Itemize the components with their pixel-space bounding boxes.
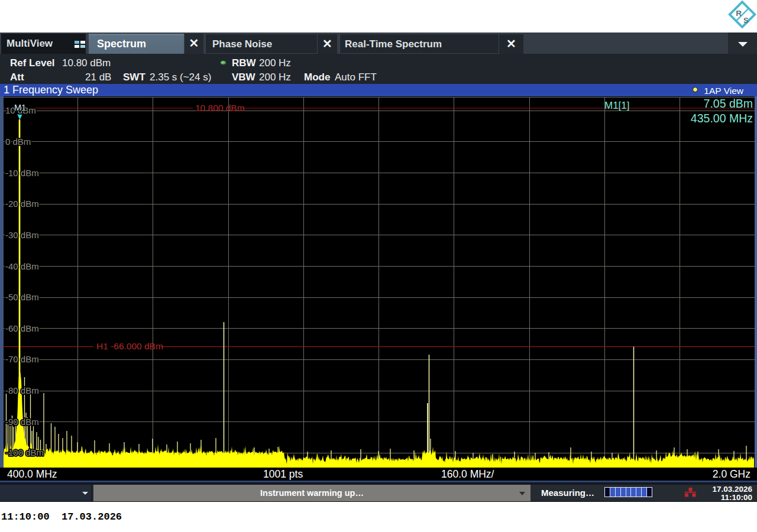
svg-text:S: S <box>743 16 749 25</box>
svg-text:M1[1]: M1[1] <box>604 100 630 111</box>
svg-text:-40 dBm: -40 dBm <box>5 261 39 271</box>
svg-text:R: R <box>736 9 742 18</box>
svg-text:-60 dBm: -60 dBm <box>5 323 39 333</box>
svg-text:-30 dBm: -30 dBm <box>5 230 39 240</box>
svg-text:0 dBm: 0 dBm <box>5 137 31 147</box>
svg-text:7.05 dBm: 7.05 dBm <box>704 97 753 110</box>
svg-text:H1 -66.000 dBm: H1 -66.000 dBm <box>96 341 163 351</box>
svg-text:M1: M1 <box>14 103 26 112</box>
svg-text:435.00 MHz: 435.00 MHz <box>691 112 753 125</box>
svg-text:10.800 dBm: 10.800 dBm <box>195 103 245 113</box>
svg-text:-50 dBm: -50 dBm <box>5 292 39 302</box>
svg-text:-20 dBm: -20 dBm <box>5 199 39 209</box>
svg-text:-90 dBm: -90 dBm <box>5 417 39 427</box>
svg-text:-10 dBm: -10 dBm <box>5 168 39 178</box>
svg-text:-100 dBm: -100 dBm <box>5 447 44 458</box>
svg-text:-70 dBm: -70 dBm <box>5 354 39 364</box>
svg-text:-80 dBm: -80 dBm <box>5 385 39 395</box>
